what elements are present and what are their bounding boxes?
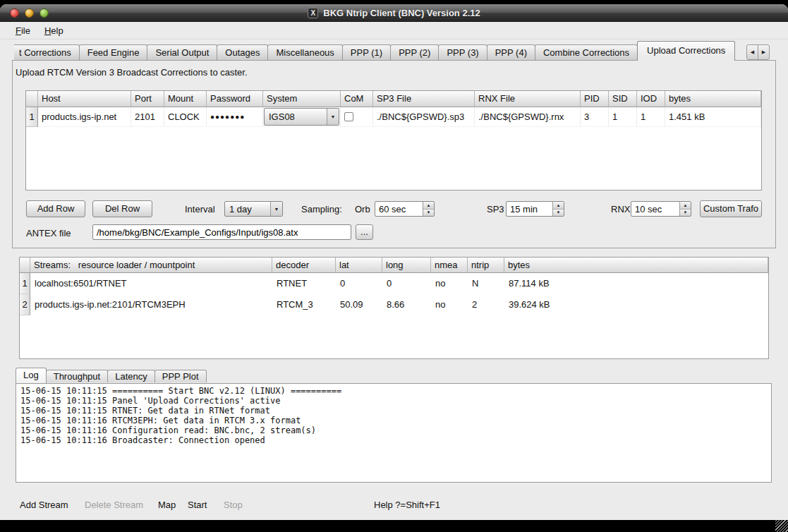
cell-mountpoint[interactable]: localhost:6501/RTNET [30,273,272,294]
orb-spinbox[interactable]: 60 sec ▲ ▼ [375,201,435,217]
col-nmea[interactable]: nmea [431,258,468,273]
tab-scroll-right-button[interactable]: ▶ [758,44,770,60]
spin-down-button[interactable]: ▼ [680,210,691,217]
tab-ppp-plot[interactable]: PPP Plot [154,370,207,382]
cell-rnx-file[interactable]: ./BNC${GPSWD}.rnx [475,107,581,127]
col-pid[interactable]: PID [581,91,609,107]
title-bar[interactable]: X BKG Ntrip Client (BNC) Version 2.12 [0,4,788,22]
rnx-spinbox[interactable]: 10 sec ▲ ▼ [631,201,691,217]
map-button[interactable]: Map [158,500,176,510]
cell-pid[interactable]: 3 [581,107,609,127]
cell-bytes: 39.624 kB [504,294,768,315]
cell-com [341,107,373,127]
cell-sp3-file[interactable]: ./BNC${GPSWD}.sp3 [373,107,475,127]
col-com[interactable]: CoM [341,91,373,107]
col-bytes[interactable]: bytes [665,91,761,107]
chevron-down-icon[interactable]: ▼ [270,202,282,216]
tab-combine-corrections[interactable]: Combine Corrections [535,44,638,60]
cell-decoder[interactable]: RTCM_3 [272,294,336,315]
interval-combobox[interactable]: 1 day ▼ [224,201,283,217]
start-button[interactable]: Start [188,500,207,510]
col-mountpoint[interactable]: Streams: resource loader / mountpoint [30,258,272,273]
cell-long[interactable]: 0 [382,273,431,294]
tab-upload-corrections[interactable]: Upload Corrections [637,41,735,61]
col-system[interactable]: System [263,91,341,107]
menu-help[interactable]: Help [37,23,71,38]
spin-up-button[interactable]: ▲ [553,202,564,210]
row-header[interactable]: 2 [20,294,30,315]
chevron-down-icon[interactable]: ▼ [327,109,339,125]
row-header[interactable]: 1 [20,273,30,294]
window-title: BKG Ntrip Client (BNC) Version 2.12 [323,8,480,18]
tab-feed-engine[interactable]: Feed Engine [79,44,148,60]
cell-iod[interactable]: 1 [637,107,665,127]
spin-down-button[interactable]: ▼ [423,210,434,217]
tab-latency[interactable]: Latency [107,370,155,382]
cell-ntrip[interactable]: 2 [468,294,504,315]
tab-log[interactable]: Log [16,368,47,383]
tab-scroll-left-button[interactable]: ◀ [746,44,758,60]
col-sp3-file[interactable]: SP3 File [373,91,475,107]
arrow-right-icon: ▶ [762,49,765,55]
cell-mount[interactable]: CLOCK [164,107,207,127]
col-password[interactable]: Password [207,91,263,107]
cell-host[interactable]: products.igs-ip.net [38,107,131,127]
col-lat[interactable]: lat [336,258,382,273]
cell-nmea[interactable]: no [431,273,468,294]
resize-grip[interactable] [775,520,788,532]
spin-up-button[interactable]: ▲ [423,202,434,210]
col-mount[interactable]: Mount [164,91,207,107]
col-decoder[interactable]: decoder [272,258,336,273]
cell-nmea[interactable]: no [431,294,468,315]
add-row-button[interactable]: Add Row [26,200,85,217]
tab-outages[interactable]: Outages [217,44,268,60]
del-row-button[interactable]: Del Row [92,200,152,217]
add-stream-button[interactable]: Add Stream [20,500,68,510]
col-long[interactable]: long [382,258,431,273]
tab-ppp-3[interactable]: PPP (3) [438,44,487,60]
cell-system: IGS08 ▼ [263,107,341,127]
system-combobox[interactable]: IGS08 ▼ [264,108,339,126]
cell-long[interactable]: 8.66 [382,294,431,315]
cell-lat[interactable]: 0 [336,273,382,294]
com-checkbox[interactable] [344,112,353,121]
col-ntrip[interactable]: ntrip [468,258,504,273]
cell-lat[interactable]: 50.09 [336,294,382,315]
tab-miscellaneous[interactable]: Miscellaneous [267,44,342,60]
custom-trafo-button[interactable]: Custom Trafo [700,200,762,217]
tab-broadcast-corrections[interactable]: t Corrections [14,44,80,60]
col-port[interactable]: Port [131,91,164,107]
tab-ppp-2[interactable]: PPP (2) [390,44,439,60]
tab-serial-output[interactable]: Serial Output [147,44,217,60]
col-rnx-file[interactable]: RNX File [475,91,581,107]
cell-password[interactable]: ●●●●●●● [207,107,263,127]
cell-bytes: 1.451 kB [665,107,761,127]
orb-spinbox-value: 60 sec [375,202,423,216]
tab-ppp-4[interactable]: PPP (4) [487,44,535,60]
antex-browse-button[interactable]: ... [356,224,373,240]
col-bytes[interactable]: bytes [504,258,768,273]
cell-ntrip[interactable]: N [468,273,504,294]
sp3-spinbox[interactable]: 15 min ▲ ▼ [506,201,564,217]
cell-sid[interactable]: 1 [609,107,637,127]
col-host[interactable]: Host [38,91,131,107]
antex-file-label: ANTEX file [26,228,71,238]
tab-ppp-1[interactable]: PPP (1) [342,44,391,60]
col-sid[interactable]: SID [609,91,637,107]
sp3-spinbox-value: 15 min [507,202,552,216]
col-iod[interactable]: IOD [637,91,665,107]
menu-file[interactable]: File [8,23,37,38]
orb-spin-buttons: ▲ ▼ [423,202,434,216]
cell-decoder[interactable]: RTNET [272,273,336,294]
spin-up-button[interactable]: ▲ [680,202,691,210]
cell-mountpoint[interactable]: products.igs-ip.net:2101/RTCM3EPH [30,294,272,315]
table-row: 1 products.igs-ip.net 2101 CLOCK ●●●●●●●… [26,107,761,127]
sp3-spin-buttons: ▲ ▼ [552,202,564,216]
row-header[interactable]: 1 [26,107,38,127]
tab-throughput[interactable]: Throughput [46,370,109,382]
stream-row: 1 localhost:6501/RTNET RTNET 0 0 no N 87… [20,273,768,294]
log-output[interactable]: 15-06-15 10:11:15 ========== Start BNC v… [16,383,772,483]
antex-file-input[interactable] [92,224,351,240]
spin-down-button[interactable]: ▼ [553,210,564,217]
cell-port[interactable]: 2101 [131,107,164,127]
